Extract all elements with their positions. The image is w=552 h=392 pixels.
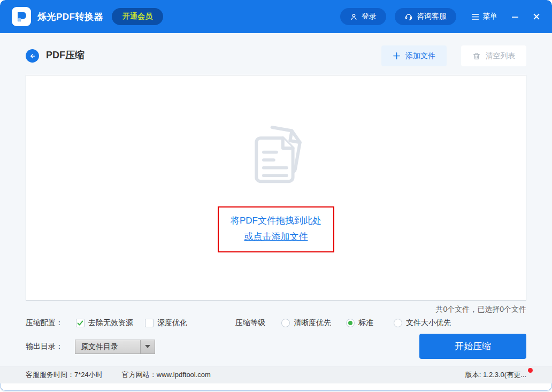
add-files-label: 添加文件 [405, 51, 435, 61]
level-label: 压缩等级 [235, 318, 265, 328]
page-title: PDF压缩 [46, 49, 85, 62]
checkbox-deep-optimize[interactable]: 深度优化 [145, 318, 187, 328]
update-notification-dot [528, 368, 533, 373]
output-directory-row: 输出目录： 原文件目录 [26, 339, 155, 354]
radio-circle[interactable] [281, 319, 290, 327]
file-count-status: 共0个文件，已选择0个文件 [435, 305, 526, 314]
checkbox-box[interactable] [145, 319, 154, 327]
headset-icon [404, 12, 413, 21]
titlebar: 烁光PDF转换器 开通会员 登录 咨询客服 菜单 [0, 0, 552, 33]
radio-clarity-priority[interactable]: 清晰度优先 [281, 318, 331, 328]
file-drop-panel[interactable]: 将PDF文件拖拽到此处 或点击添加文件 [26, 75, 526, 301]
back-button[interactable] [26, 49, 39, 63]
login-label: 登录 [362, 12, 377, 21]
footer: 客服服务时间：7*24小时 官方网站：www.ipdftool.com 版本: … [0, 366, 552, 383]
back-arrow-icon [29, 52, 36, 60]
clear-list-label: 清空列表 [486, 51, 516, 61]
radio-label: 清晰度优先 [294, 318, 331, 328]
version-label: 版本: 1.2.3.0(有更... [465, 371, 526, 379]
radio-filesize-priority[interactable]: 文件大小优先 [394, 318, 451, 328]
trash-icon [472, 52, 481, 60]
dropdown-arrow-button[interactable] [140, 340, 155, 353]
output-label: 输出目录： [26, 342, 63, 351]
close-icon [533, 13, 540, 20]
radio-circle[interactable] [346, 319, 355, 327]
menu-button[interactable]: 菜单 [471, 12, 497, 21]
checkbox-remove-invalid-resources[interactable]: 去除无效资源 [76, 318, 133, 328]
output-directory-dropdown[interactable]: 原文件目录 [75, 340, 155, 354]
hamburger-menu-icon [471, 13, 479, 20]
close-button[interactable] [533, 13, 540, 20]
logo-p-icon [15, 10, 28, 23]
checkbox-label: 去除无效资源 [88, 318, 133, 328]
vip-membership-button[interactable]: 开通会员 [112, 8, 163, 25]
user-icon [350, 13, 358, 21]
output-directory-value: 原文件目录 [75, 340, 140, 353]
radio-label: 标准 [358, 318, 373, 328]
config-label: 压缩配置： [26, 318, 63, 328]
customer-service-label: 咨询客服 [417, 12, 447, 21]
drop-hint-line1: 将PDF文件拖拽到此处 [231, 213, 321, 229]
radio-circle[interactable] [394, 319, 402, 327]
add-files-link[interactable]: 或点击添加文件 [231, 229, 321, 245]
documents-icon [242, 123, 310, 191]
drop-hint-box[interactable]: 将PDF文件拖拽到此处 或点击添加文件 [218, 206, 334, 252]
app-window: 烁光PDF转换器 开通会员 登录 咨询客服 菜单 [0, 0, 552, 392]
start-compression-button[interactable]: 开始压缩 [419, 334, 526, 359]
radio-label: 文件大小优先 [406, 318, 451, 328]
service-time-text: 客服服务时间：7*24小时 [26, 370, 103, 380]
compression-settings-row: 压缩配置： 去除无效资源 深度优化 压缩等级 [26, 318, 451, 328]
checkbox-label: 深度优化 [157, 318, 187, 328]
radio-standard[interactable]: 标准 [346, 318, 373, 328]
app-logo [12, 7, 31, 26]
check-icon [77, 320, 83, 326]
plus-icon [393, 52, 401, 60]
minimize-icon [511, 13, 519, 20]
app-title: 烁光PDF转换器 [37, 11, 103, 23]
clear-list-button[interactable]: 清空列表 [461, 45, 526, 66]
version-text[interactable]: 版本: 1.2.3.0(有更... [465, 370, 526, 380]
checkbox-box[interactable] [76, 319, 85, 327]
window-bottom-edge [0, 383, 552, 391]
login-button[interactable]: 登录 [340, 8, 386, 25]
customer-service-button[interactable]: 咨询客服 [395, 8, 456, 25]
page-content: PDF压缩 添加文件 清空列表 [0, 33, 552, 366]
add-files-button[interactable]: 添加文件 [381, 45, 447, 66]
minimize-button[interactable] [511, 13, 519, 20]
chevron-down-icon [145, 345, 150, 348]
menu-label: 菜单 [482, 12, 497, 21]
official-website-text: 官方网站：www.ipdftool.com [122, 370, 211, 380]
